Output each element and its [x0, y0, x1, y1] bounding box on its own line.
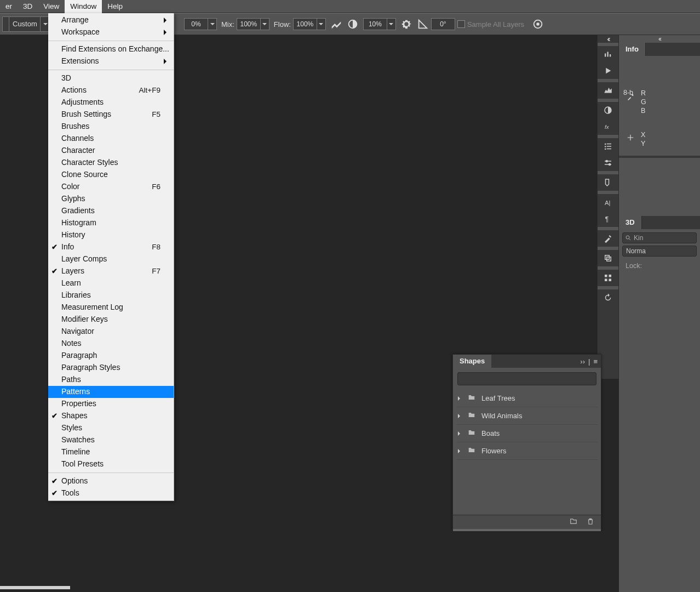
- menu-item-history[interactable]: History: [48, 229, 174, 241]
- dock-histogram-icon[interactable]: [598, 82, 618, 99]
- smoothing-value[interactable]: 10%: [363, 18, 387, 30]
- dock-character-icon[interactable]: A|: [598, 194, 618, 210]
- menu-item-paths[interactable]: Paths: [48, 374, 174, 386]
- svg-rect-25: [609, 279, 612, 282]
- dock-paragraph-icon[interactable]: ¶: [598, 210, 618, 227]
- menu-item-arrange[interactable]: Arrange: [48, 14, 174, 26]
- menu-item-paragraph-styles[interactable]: Paragraph Styles: [48, 362, 174, 374]
- menu-item-glyphs[interactable]: Glyphs: [48, 193, 174, 205]
- svg-rect-24: [605, 279, 607, 282]
- shapes-folder-boats[interactable]: Boats: [456, 425, 598, 442]
- tool-icon[interactable]: [2, 16, 9, 32]
- menu-item-learn[interactable]: Learn: [48, 277, 174, 289]
- menu-item-notes[interactable]: Notes: [48, 338, 174, 350]
- svg-point-26: [626, 236, 629, 239]
- new-group-icon[interactable]: [569, 517, 578, 527]
- menu-item-libraries[interactable]: Libraries: [48, 289, 174, 301]
- menu-item-3d[interactable]: 3D: [48, 72, 174, 84]
- sample-all-checkbox[interactable]: [457, 20, 465, 28]
- menu-help[interactable]: Help: [102, 0, 128, 13]
- dock-grid-icon[interactable]: [598, 270, 618, 286]
- dock-patch-icon[interactable]: [598, 174, 618, 191]
- gear-icon[interactable]: [400, 18, 412, 30]
- dock-play-icon[interactable]: [598, 62, 618, 79]
- menu-item-character-styles[interactable]: Character Styles: [48, 157, 174, 169]
- dock-collapse-icon[interactable]: ‹‹: [598, 35, 618, 43]
- menu-item-adjustments[interactable]: Adjustments: [48, 96, 174, 109]
- smoothing-dropdown[interactable]: [387, 18, 396, 30]
- dock-refresh-icon[interactable]: [598, 289, 618, 306]
- target-icon[interactable]: [532, 18, 544, 30]
- dock-tools-icon[interactable]: [598, 230, 618, 247]
- dock-column: ‹‹ fx A| ¶: [597, 35, 619, 379]
- menu-item-options[interactable]: ✔Options: [48, 475, 174, 487]
- 3d-mode-dropdown[interactable]: Norma: [622, 246, 697, 257]
- mix-value[interactable]: 100%: [237, 18, 261, 30]
- brush-preset-name[interactable]: Custom: [9, 16, 41, 32]
- menu-item-gradients[interactable]: Gradients: [48, 205, 174, 217]
- menu-item-timeline[interactable]: Timeline: [48, 446, 174, 458]
- dock-brush-adjust-icon[interactable]: [598, 155, 618, 171]
- menu-item-patterns[interactable]: Patterns: [48, 386, 174, 398]
- shapes-titlebar[interactable]: Shapes ›› | ≡: [453, 355, 601, 368]
- panels-collapse-icon[interactable]: ‹‹: [619, 35, 700, 43]
- menu-3d[interactable]: 3D: [18, 0, 38, 13]
- shapes-folder-leaf-trees[interactable]: Leaf Trees: [456, 390, 598, 407]
- flow-value[interactable]: 100%: [293, 18, 317, 30]
- menu-item-layers[interactable]: ✔LayersF7: [48, 265, 174, 277]
- opacity-value[interactable]: 0%: [184, 18, 208, 30]
- shapes-search-input[interactable]: [457, 372, 596, 385]
- menu-item-color[interactable]: ColorF6: [48, 181, 174, 193]
- menu-item-paragraph[interactable]: Paragraph: [48, 350, 174, 362]
- tab-3d[interactable]: 3D: [619, 216, 642, 229]
- menu-item-modifier-keys[interactable]: Modifier Keys: [48, 314, 174, 326]
- svg-rect-8: [605, 144, 606, 145]
- menu-item-styles[interactable]: Styles: [48, 422, 174, 434]
- menu-item-brushes[interactable]: Brushes: [48, 121, 174, 133]
- menu-window[interactable]: Window: [65, 0, 102, 13]
- menu-item-info[interactable]: ✔InfoF8: [48, 241, 174, 253]
- menu-item-swatches[interactable]: Swatches: [48, 434, 174, 446]
- menu-filter[interactable]: er: [0, 0, 18, 13]
- menu-item-tool-presets[interactable]: Tool Presets: [48, 458, 174, 470]
- menu-item-clone-source[interactable]: Clone Source: [48, 169, 174, 181]
- menu-item-character[interactable]: Character: [48, 145, 174, 157]
- angle-icon[interactable]: [417, 18, 429, 30]
- menu-item-brush-settings[interactable]: Brush SettingsF5: [48, 109, 174, 121]
- dock-layers-icon[interactable]: [598, 250, 618, 266]
- opacity-dropdown[interactable]: [208, 18, 217, 30]
- resize-handle[interactable]: [453, 529, 601, 531]
- menu-item-tools[interactable]: ✔Tools: [48, 487, 174, 499]
- menu-item-measurement-log[interactable]: Measurement Log: [48, 301, 174, 314]
- svg-text:fx: fx: [605, 124, 610, 130]
- smoothing-icon[interactable]: [347, 18, 359, 30]
- angle-value[interactable]: 0°: [431, 18, 455, 30]
- menu-item-layer-comps[interactable]: Layer Comps: [48, 253, 174, 265]
- flow-dropdown[interactable]: [317, 18, 326, 30]
- 3d-search-input[interactable]: Kin: [622, 232, 697, 243]
- svg-rect-4: [607, 52, 609, 57]
- tab-info[interactable]: Info: [619, 43, 646, 56]
- shapes-collapse-icon[interactable]: ››: [580, 357, 585, 366]
- tab-shapes[interactable]: Shapes: [453, 355, 491, 368]
- trash-icon[interactable]: [587, 517, 594, 527]
- airbrush-icon[interactable]: [330, 18, 342, 30]
- menu-item-properties[interactable]: Properties: [48, 398, 174, 410]
- menu-item-extensions[interactable]: Extensions: [48, 55, 174, 67]
- menu-item-workspace[interactable]: Workspace: [48, 26, 174, 38]
- shapes-menu-icon[interactable]: ≡: [593, 357, 598, 366]
- menu-item-actions[interactable]: ActionsAlt+F9: [48, 84, 174, 96]
- menu-view[interactable]: View: [38, 0, 65, 13]
- menu-item-find-extensions[interactable]: Find Extensions on Exchange...: [48, 43, 174, 55]
- dock-fx-icon[interactable]: fx: [598, 118, 618, 135]
- mix-dropdown[interactable]: [261, 18, 269, 30]
- dock-brush-list-icon[interactable]: [598, 138, 618, 155]
- shapes-folder-wild-animals[interactable]: Wild Animals: [456, 407, 598, 425]
- dock-half-circle-icon[interactable]: [598, 102, 618, 118]
- menu-item-histogram[interactable]: Histogram: [48, 217, 174, 229]
- shapes-folder-flowers[interactable]: Flowers: [456, 442, 598, 460]
- menu-item-shapes[interactable]: ✔Shapes: [48, 410, 174, 422]
- menu-item-channels[interactable]: Channels: [48, 133, 174, 145]
- dock-bar-chart-icon[interactable]: [598, 46, 618, 62]
- menu-item-navigator[interactable]: Navigator: [48, 326, 174, 338]
